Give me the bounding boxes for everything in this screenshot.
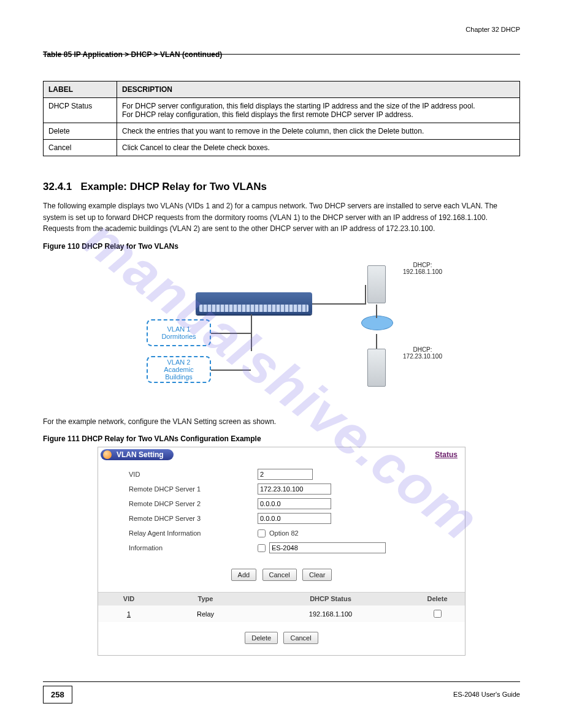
table-row: Delete Check the entries that you want t… (44, 123, 520, 140)
switch-icon (196, 292, 312, 314)
section-heading: 32.4.1 Example: DHCP Relay for Two VLANs (43, 181, 520, 193)
cancel-button[interactable]: Cancel (262, 569, 297, 581)
vlan2-box: VLAN 2 Academic Buildings (147, 356, 211, 383)
clear-button[interactable]: Clear (302, 569, 332, 581)
footer-rule (43, 681, 520, 682)
figure-111-caption: Figure 111 DHCP Relay for Two VLANs Conf… (43, 434, 520, 443)
page-number: 258 (43, 686, 72, 703)
information-checkbox[interactable] (258, 544, 266, 552)
remote-dhcp-3-input[interactable] (258, 513, 331, 524)
pill-dot-icon (103, 450, 112, 459)
vid-label: VID (129, 471, 258, 478)
col-label: LABEL (44, 82, 117, 98)
cancel2-button[interactable]: Cancel (283, 632, 318, 644)
row-desc: Click Cancel to clear the Delete check b… (117, 140, 520, 156)
description-table: LABEL DESCRIPTION DHCP Status For DHCP s… (43, 81, 520, 156)
list-row: 1 Relay 192.168.1.100 (98, 605, 465, 623)
list-row-vid-link[interactable]: 1 (127, 610, 131, 618)
figure-110-caption: Figure 110 DHCP Relay for Two VLANs (43, 242, 520, 251)
chapter-header: Chapter 32 DHCP (465, 26, 520, 33)
network-diagram: DHCP: 192.168.1.100 DHCP: 172.23.10.100 … (122, 257, 441, 398)
table-caption: Table 85 IP Application > DHCP > VLAN (c… (43, 50, 520, 59)
vlan-setting-panel: VLAN Setting Status VID Remote DHCP Serv… (98, 447, 465, 656)
server-b-label: DHCP: 172.23.10.100 (386, 346, 459, 360)
list-row-type: Relay (159, 605, 251, 623)
table-row: DHCP Status For DHCP server configuratio… (44, 98, 520, 123)
connector-line (312, 303, 366, 305)
server-a-label: DHCP: 192.168.1.100 (386, 262, 459, 275)
page-footer: 258 ES-2048 User's Guide (43, 681, 520, 703)
panel-title-pill: VLAN Setting (101, 449, 174, 460)
connector-line (251, 314, 252, 351)
connector-line (365, 285, 366, 303)
server-b-icon (367, 349, 386, 387)
option82-checkbox[interactable] (258, 529, 266, 537)
vlan1-box: VLAN 1 Dormitories (147, 319, 211, 346)
header-rule (43, 54, 520, 55)
information-label: Information (129, 544, 258, 552)
form-area: VID Remote DHCP Server 1 Remote DHCP Ser… (98, 462, 465, 559)
remote-dhcp-1-input[interactable] (258, 483, 331, 495)
connector-line (211, 333, 251, 334)
list-row-status: 192.168.1.100 (251, 605, 410, 623)
row-label: Delete (44, 123, 117, 140)
row-desc: For DHCP server configuration, this fiel… (117, 98, 520, 123)
section-number: 32.4.1 (43, 181, 72, 192)
row-label: DHCP Status (44, 98, 117, 123)
row-desc: Check the entries that you want to remov… (117, 123, 520, 140)
form-buttons-row: Add Cancel Clear (98, 559, 465, 592)
option82-label: Option 82 (269, 529, 299, 537)
vid-input[interactable] (258, 469, 313, 480)
add-button[interactable]: Add (231, 569, 257, 581)
server-a-icon (367, 265, 386, 303)
paragraph-2: For the example network, configure the V… (43, 416, 520, 428)
table-row: Cancel Click Cancel to clear the Delete … (44, 140, 520, 156)
list-type-header: Type (159, 593, 251, 605)
list-buttons-row: Delete Cancel (98, 622, 465, 655)
remote-dhcp-1-label: Remote DHCP Server 1 (129, 485, 258, 493)
connector-line (211, 370, 251, 371)
list-row-delete-checkbox[interactable] (434, 610, 442, 618)
panel-title: VLAN Setting (117, 450, 164, 459)
remote-dhcp-2-label: Remote DHCP Server 2 (129, 500, 258, 507)
section-title-text: Example: DHCP Relay for Two VLANs (80, 181, 267, 192)
panel-header: VLAN Setting Status (98, 447, 465, 462)
list-vid-header: VID (98, 593, 159, 605)
remote-dhcp-3-label: Remote DHCP Server 3 (129, 515, 258, 522)
list-delete-header: Delete (410, 593, 465, 605)
list-status-header: DHCP Status (251, 593, 410, 605)
paragraph-1: The following example displays two VLANs… (43, 200, 520, 235)
remote-dhcp-2-input[interactable] (258, 498, 331, 509)
page: Chapter 32 DHCP Table 85 IP Application … (0, 0, 563, 728)
relay-agent-info-label: Relay Agent Information (129, 529, 258, 537)
col-description: DESCRIPTION (117, 82, 520, 98)
row-label: Cancel (44, 140, 117, 156)
delete-button[interactable]: Delete (245, 632, 278, 644)
connector-line (376, 305, 377, 318)
status-link[interactable]: Status (435, 450, 458, 459)
vlan-list-table: VID Type DHCP Status Delete 1 Relay 192.… (98, 592, 465, 622)
connector-line (376, 334, 377, 349)
guide-name: ES-2048 User's Guide (453, 691, 520, 698)
router-icon (361, 316, 393, 334)
information-input[interactable] (269, 542, 386, 553)
